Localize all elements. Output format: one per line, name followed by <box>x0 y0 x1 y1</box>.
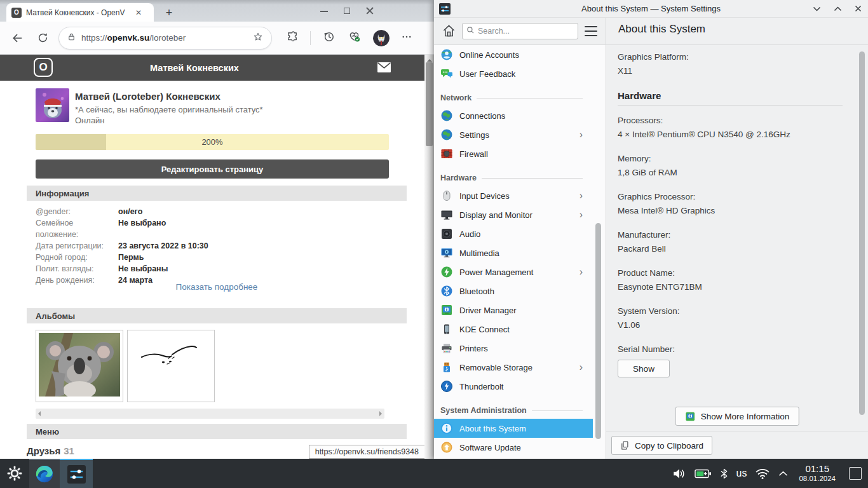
sidebar-item-firewall[interactable]: Firewall <box>434 144 593 163</box>
bluetooth-icon[interactable] <box>720 468 728 480</box>
sidebar-item-multimedia[interactable]: Multimedia <box>434 243 593 262</box>
settings-sidebar: Online AccountsUser FeedbackNetworkConne… <box>434 45 606 459</box>
new-tab-button[interactable]: + <box>161 5 177 20</box>
scroll-up-icon[interactable] <box>427 57 432 62</box>
field-value: X11 <box>618 66 843 78</box>
sidebar-item-settings[interactable]: Settings› <box>434 125 593 144</box>
keyboard-layout-indicator[interactable]: us <box>736 468 747 479</box>
browser-toolbar: https://openvk.su/loroteber <box>0 22 434 55</box>
sidebar-item-label: Display and Monitor <box>459 210 573 220</box>
profile-status[interactable]: *А сейчас, вы наблюдаете оригинальный ст… <box>75 105 263 114</box>
maximize-icon[interactable] <box>343 7 351 15</box>
settings-titlebar[interactable]: About this System — System Settings <box>434 0 868 18</box>
digital-clock[interactable]: 01:15 08.01.2024 <box>799 464 836 482</box>
thunderbolt-icon <box>440 380 453 393</box>
minimize-icon[interactable] <box>320 7 328 15</box>
hamburger-menu-icon[interactable] <box>585 26 597 36</box>
friends-heading[interactable]: Друзья31 <box>27 445 74 456</box>
home-icon[interactable] <box>442 24 456 38</box>
browser-tab[interactable]: O Матвей Кокневских - OpenV ✕ <box>6 3 154 22</box>
tab-close-icon[interactable]: ✕ <box>135 9 142 17</box>
sidebar-item-removable-storage[interactable]: Removable Storage› <box>434 358 593 377</box>
tray-expand-chevron-icon[interactable] <box>778 470 788 477</box>
sidebar-item-software-update[interactable]: Software Update <box>434 438 593 457</box>
album-thumbnail-koala[interactable] <box>36 330 123 402</box>
close-icon[interactable] <box>855 5 862 12</box>
sidebar-item-label: Audio <box>459 229 583 239</box>
refresh-icon[interactable] <box>34 30 51 46</box>
sidebar-item-printers[interactable]: Printers <box>434 339 593 358</box>
openvk-page: O Матвей Кокневских <box>0 55 424 459</box>
sidebar-item-label: Input Devices <box>459 191 573 201</box>
taskbar-edge-button[interactable] <box>29 459 60 488</box>
extensions-icon[interactable] <box>286 30 299 46</box>
info-value: Не выбраны <box>118 263 389 274</box>
sidebar-item-display-and-monitor[interactable]: Display and Monitor› <box>434 205 593 224</box>
field-value: Easynote ENTG71BM <box>618 282 843 294</box>
scroll-left-icon[interactable] <box>38 411 41 416</box>
sidebar-section-hardware: Hardware <box>434 163 593 186</box>
volume-icon[interactable] <box>672 468 686 480</box>
sidebar-section-network: Network <box>434 83 593 106</box>
sidebar-item-label: User Feedback <box>459 69 583 79</box>
sidebar-item-online-accounts[interactable]: Online Accounts <box>434 45 593 64</box>
sidebar-item-audio[interactable]: Audio <box>434 224 593 243</box>
field-value: 1,8 GiB of RAM <box>618 168 843 179</box>
sidebar-item-about-this-system[interactable]: About this System <box>434 419 593 438</box>
kde-connect-icon <box>440 323 453 336</box>
profile-avatar[interactable] <box>373 30 390 46</box>
sidebar-item-thunderbolt[interactable]: Thunderbolt <box>434 377 593 396</box>
power-management-icon <box>440 266 453 278</box>
show-desktop-button[interactable] <box>849 467 862 480</box>
about-field: Processors:4 × Intel® Pentium® CPU N3540… <box>618 116 843 141</box>
toolbar-separator <box>310 31 311 45</box>
maximize-icon[interactable] <box>834 6 842 11</box>
messages-envelope-icon[interactable] <box>377 61 391 74</box>
show-more-information-button[interactable]: Show More Information <box>675 407 799 426</box>
back-icon[interactable] <box>9 30 25 46</box>
sidebar-item-user-feedback[interactable]: User Feedback <box>434 64 593 83</box>
address-bar[interactable]: https://openvk.su/loroteber <box>58 27 272 50</box>
settings-toolbar: About this System <box>434 18 868 44</box>
show-serial-button[interactable]: Show <box>618 360 670 377</box>
copy-to-clipboard-button[interactable]: Copy to Clipboard <box>611 436 712 455</box>
battery-icon[interactable] <box>695 469 712 478</box>
app-launcher-button[interactable] <box>0 459 29 488</box>
scroll-right-icon[interactable] <box>379 411 382 416</box>
url-text[interactable]: https://openvk.su/loroteber <box>81 33 247 43</box>
sidebar-item-kde-connect[interactable]: KDE Connect <box>434 320 593 339</box>
about-field: Manufacturer:Packard Bell <box>618 230 843 255</box>
sidebar-item-connections[interactable]: Connections <box>434 106 593 125</box>
edit-page-button[interactable]: Редактировать страницу <box>36 159 389 179</box>
system-settings-icon <box>67 465 86 484</box>
sidebar-scrollbar-thumb[interactable] <box>595 223 601 439</box>
search-input[interactable] <box>478 27 580 36</box>
profile-picture[interactable] <box>36 88 69 122</box>
show-more-link[interactable]: Показать подробнее <box>27 282 407 292</box>
minimize-icon[interactable] <box>813 6 821 11</box>
sidebar-item-bluetooth[interactable]: Bluetooth <box>434 281 593 301</box>
hardware-section-header: Hardware <box>618 90 843 101</box>
bookmark-star-icon[interactable] <box>252 31 264 45</box>
friends-count: 31 <box>64 445 74 456</box>
sidebar-item-driver-manager[interactable]: Driver Manager <box>434 301 593 320</box>
album-thumbnail-drawing[interactable] <box>127 330 215 402</box>
sidebar-item-label: Firewall <box>459 149 583 159</box>
field-label: Manufacturer: <box>618 230 843 241</box>
page-scrollbar-thumb[interactable] <box>426 62 433 146</box>
info-label: @gender: <box>36 206 118 217</box>
field-label: Processors: <box>618 116 843 127</box>
browser-essentials-icon[interactable] <box>347 30 362 46</box>
albums-scrollbar[interactable] <box>36 409 384 419</box>
close-icon[interactable] <box>366 7 374 15</box>
wifi-icon[interactable] <box>755 468 770 480</box>
sidebar-item-power-management[interactable]: Power Management› <box>434 262 593 281</box>
info-label: Дата регистрации: <box>36 240 118 252</box>
page-scrollbar[interactable] <box>424 55 434 459</box>
history-icon[interactable] <box>322 30 336 46</box>
browser-menu-icon[interactable] <box>401 31 412 45</box>
sidebar-item-input-devices[interactable]: Input Devices› <box>434 186 593 205</box>
search-field[interactable] <box>462 23 578 39</box>
taskbar-system-settings-button[interactable] <box>60 459 93 488</box>
content-scrollbar-thumb[interactable] <box>859 51 865 415</box>
